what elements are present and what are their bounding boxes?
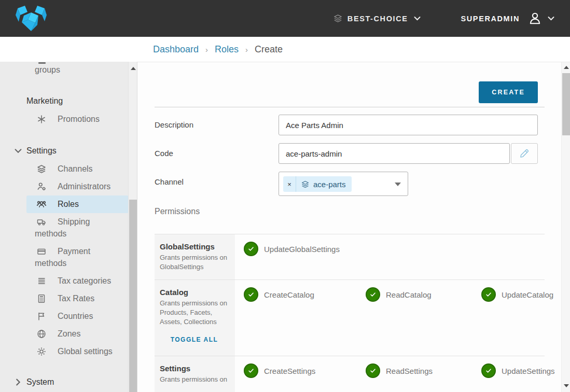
code-label: Code <box>155 143 279 158</box>
channel-switcher[interactable]: BEST-CHOICE <box>333 13 421 23</box>
permission-row-catalog: Catalog Grants permissions on Products, … <box>155 279 545 356</box>
vendure-logo-icon[interactable] <box>15 5 48 32</box>
sidebar-item-promotions[interactable]: Promotions <box>26 110 129 128</box>
sidebar-section-marketing[interactable]: Marketing <box>0 92 129 110</box>
sidebar-item-channels[interactable]: Channels <box>26 160 129 178</box>
chip-label: ace-parts <box>313 180 346 189</box>
credit-card-icon <box>36 246 47 257</box>
permissions-table: GlobalSettings Grants permissions on Glo… <box>155 234 545 392</box>
layers-icon <box>301 180 310 189</box>
top-header: BEST-CHOICE SUPERADMIN <box>0 0 570 37</box>
permission-toggle-createsettings[interactable]: CreateSettings <box>244 363 366 378</box>
breadcrumb-separator: › <box>205 45 208 54</box>
sidebar-item-roles[interactable]: Roles <box>26 195 129 213</box>
scroll-down-arrow[interactable] <box>564 384 569 387</box>
permission-row-title: Catalog <box>160 288 229 297</box>
toggle-on-icon <box>481 287 496 302</box>
toggle-all-button[interactable]: TOGGLE ALL <box>171 336 218 343</box>
channel-chip: × ace-parts <box>283 176 352 192</box>
toggle-on-icon <box>244 287 258 302</box>
chevron-down-icon <box>414 16 421 21</box>
chevron-right-icon <box>15 379 22 386</box>
permission-row-description: Grants permissions on <box>160 375 229 384</box>
sidebar-item-administrators[interactable]: Administrators <box>26 178 129 195</box>
toggle-on-icon <box>481 363 496 378</box>
cog-icon <box>36 346 47 357</box>
permission-row-description: Grants permissions on Products, Facets, … <box>160 299 229 327</box>
permission-toggle-updateglobalsettings[interactable]: UpdateGlobalSettings <box>244 242 366 256</box>
channel-label: Channel <box>155 172 279 186</box>
permission-toggle-readcatalog[interactable]: ReadCatalog <box>366 287 481 302</box>
app-window: BEST-CHOICE SUPERADMIN Dashboard › Roles… <box>0 0 570 392</box>
layers-icon <box>333 13 343 23</box>
chevron-down-icon <box>15 147 22 155</box>
sidebar-item-customer-groups-truncated[interactable]: groups <box>26 63 129 79</box>
channel-switcher-label: BEST-CHOICE <box>347 15 408 23</box>
sidebar-section-settings[interactable]: Settings <box>0 142 129 160</box>
permission-toggle-readsettings[interactable]: ReadSettings <box>366 363 481 378</box>
description-label: Description <box>155 115 279 129</box>
scrollbar-thumb[interactable] <box>129 200 137 392</box>
permission-toggle-createcatalog[interactable]: CreateCatalog <box>244 287 366 302</box>
permission-row-globalsettings: GlobalSettings Grants permissions on Glo… <box>155 234 545 279</box>
edit-code-button[interactable] <box>511 143 538 164</box>
permission-row-description: Grants permissions on GlobalSettings <box>160 253 229 272</box>
permission-toggle-updatesettings[interactable]: UpdateSettings <box>481 363 555 378</box>
description-input[interactable] <box>279 115 538 135</box>
sidebar-item-global-settings[interactable]: Global settings <box>26 343 129 360</box>
check-icon <box>485 367 492 374</box>
toggle-on-icon <box>366 363 380 378</box>
chip-remove-button[interactable]: × <box>283 176 296 192</box>
sidebar-item-tax-categories[interactable]: Tax categories <box>26 272 129 290</box>
toggle-on-icon <box>244 363 258 378</box>
sidebar-item-zones[interactable]: Zones <box>26 325 129 343</box>
permissions-heading: Permissions <box>155 207 545 216</box>
list-icon <box>36 276 47 286</box>
person-icon <box>528 11 542 25</box>
world-icon <box>36 329 47 339</box>
sidebar-item-shipping-methods[interactable]: Shipping methods <box>26 213 101 243</box>
check-icon <box>485 291 492 298</box>
truncated-icon <box>38 62 46 64</box>
breadcrumb-create: Create <box>255 44 283 55</box>
permission-row-title: Settings <box>160 364 229 373</box>
permission-row-title: GlobalSettings <box>160 242 229 251</box>
divider <box>155 107 545 107</box>
truck-icon <box>36 217 47 227</box>
sidebar-section-system[interactable]: System <box>0 373 129 391</box>
user-menu[interactable] <box>520 11 554 25</box>
chevron-down-icon <box>548 16 554 21</box>
dropdown-caret-icon <box>395 183 401 186</box>
breadcrumb-dashboard[interactable]: Dashboard <box>153 44 199 55</box>
layers-icon <box>36 164 47 174</box>
sidebar-item-countries[interactable]: Countries <box>26 307 129 325</box>
main-content: CREATE Description Code <box>137 62 570 392</box>
permission-row-settings: Settings Grants permissions on CreateSet… <box>155 356 545 392</box>
scroll-up-arrow[interactable] <box>131 67 136 70</box>
channel-select[interactable]: × ace-parts <box>279 172 408 196</box>
calculator-icon <box>36 293 47 304</box>
permission-toggle-updatecatalog[interactable]: UpdateCatalog <box>481 287 553 302</box>
user-name-label: SUPERADMIN <box>461 15 520 23</box>
sidebar-item-payment-methods[interactable]: Payment methods <box>26 243 101 272</box>
pencil-icon <box>519 148 530 159</box>
check-icon <box>247 245 255 253</box>
check-icon <box>369 367 377 374</box>
code-input[interactable] <box>279 143 510 164</box>
scroll-up-arrow[interactable] <box>564 66 569 69</box>
sidebar-item-tax-rates[interactable]: Tax Rates <box>26 290 129 307</box>
main-scrollbar[interactable] <box>561 62 570 392</box>
check-icon <box>247 367 255 374</box>
scrollbar-thumb[interactable] <box>562 73 570 135</box>
administrator-icon <box>36 181 47 192</box>
toggle-on-icon <box>366 287 380 302</box>
breadcrumb-separator: › <box>245 45 248 54</box>
check-icon <box>247 291 255 298</box>
breadcrumb-roles[interactable]: Roles <box>215 44 239 55</box>
users-icon <box>36 199 47 209</box>
breadcrumb: Dashboard › Roles › Create <box>0 37 570 62</box>
check-icon <box>369 291 377 298</box>
create-button[interactable]: CREATE <box>479 81 538 103</box>
asterisk-icon <box>36 114 47 124</box>
sidebar-scrollbar[interactable] <box>128 62 137 392</box>
